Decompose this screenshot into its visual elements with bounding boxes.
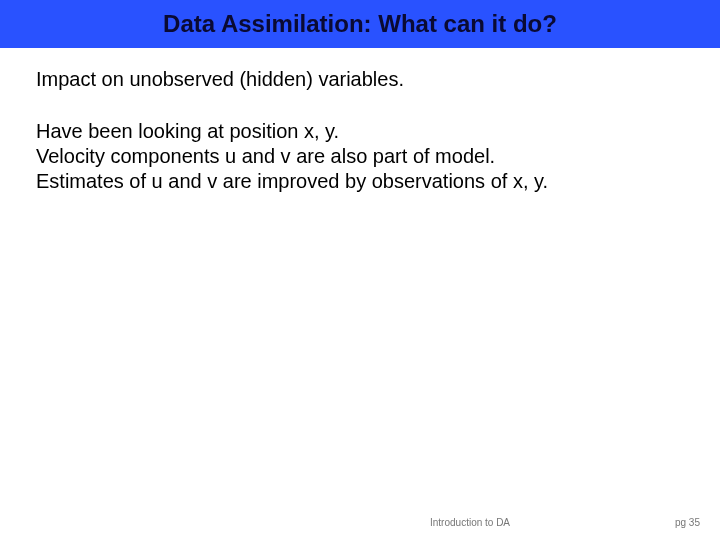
title-bar: Data Assimilation: What can it do? [0, 0, 720, 48]
footer-page-number: pg 35 [675, 517, 700, 528]
body-line-2: Velocity components u and v are also par… [36, 144, 684, 169]
slide-content: Impact on unobserved (hidden) variables.… [0, 48, 720, 194]
body-line-1: Have been looking at position x, y. [36, 119, 684, 144]
lead-text: Impact on unobserved (hidden) variables. [36, 68, 684, 91]
slide-footer: Introduction to DA pg 35 [0, 517, 720, 528]
slide-title: Data Assimilation: What can it do? [163, 10, 557, 38]
footer-intro: Introduction to DA [430, 517, 510, 528]
body-line-3: Estimates of u and v are improved by obs… [36, 169, 684, 194]
